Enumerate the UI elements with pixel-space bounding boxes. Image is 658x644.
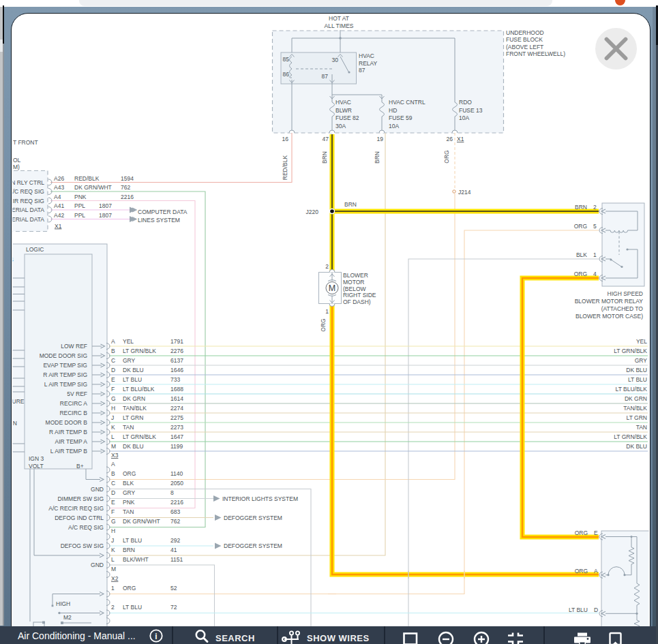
svg-text:GRY: GRY xyxy=(635,357,648,364)
svg-text:BLWR: BLWR xyxy=(335,107,352,114)
svg-text:OL: OL xyxy=(13,157,21,164)
svg-text:DK BLU: DK BLU xyxy=(626,443,647,450)
svg-text:2216: 2216 xyxy=(121,194,134,200)
svg-text:BLK: BLK xyxy=(123,480,134,487)
svg-text:10A: 10A xyxy=(389,123,399,129)
svg-text:DK BLU: DK BLU xyxy=(626,367,647,373)
svg-text:1807: 1807 xyxy=(99,212,112,219)
svg-text:G: G xyxy=(111,395,116,402)
svg-text:LT GRN: LT GRN xyxy=(627,414,647,421)
svg-text:2: 2 xyxy=(111,604,115,611)
svg-text:85: 85 xyxy=(283,56,290,63)
svg-text:G: G xyxy=(111,518,116,525)
svg-text:2274: 2274 xyxy=(170,405,183,412)
svg-text:1791: 1791 xyxy=(170,338,183,345)
svg-text:ALL TIMES: ALL TIMES xyxy=(325,22,354,29)
svg-text:1: 1 xyxy=(111,585,115,592)
svg-text:ORG: ORG xyxy=(574,271,587,277)
svg-text:LOW REF: LOW REF xyxy=(61,343,87,350)
svg-text:A/C REQ SIG: A/C REQ SIG xyxy=(9,188,44,195)
svg-text:A4: A4 xyxy=(54,194,61,200)
svg-text:MODE DOOR B: MODE DOOR B xyxy=(46,419,88,426)
svg-text:HVAC: HVAC xyxy=(335,99,351,106)
svg-text:26: 26 xyxy=(447,136,453,142)
svg-text:47: 47 xyxy=(323,136,329,142)
svg-text:YEL: YEL xyxy=(636,338,647,345)
svg-text:72: 72 xyxy=(170,604,177,611)
svg-text:INTERIOR LIGHTS SYSTEM: INTERIOR LIGHTS SYSTEM xyxy=(222,495,298,502)
svg-text:A: A xyxy=(594,568,598,574)
svg-text:LT GRN/BLK: LT GRN/BLK xyxy=(614,433,647,440)
svg-text:733: 733 xyxy=(170,376,180,383)
svg-text:RIGHT SIDE: RIGHT SIDE xyxy=(343,292,376,298)
svg-text:RED/BLK: RED/BLK xyxy=(74,175,100,182)
svg-text:N RLY CTRL: N RLY CTRL xyxy=(11,179,44,186)
svg-text:DEFOGGER SYSTEM: DEFOGGER SYSTEM xyxy=(224,542,282,549)
svg-text:1688: 1688 xyxy=(170,386,183,393)
svg-text:52: 52 xyxy=(170,585,177,592)
svg-text:M: M xyxy=(111,443,116,450)
svg-text:D: D xyxy=(111,489,115,496)
svg-text:SEARCH: SEARCH xyxy=(215,633,255,643)
svg-text:F: F xyxy=(111,386,115,393)
svg-text:2216: 2216 xyxy=(170,499,183,506)
svg-text:5V REF: 5V REF xyxy=(67,390,87,397)
svg-text:R AIR TEMP B: R AIR TEMP B xyxy=(49,429,87,435)
svg-text:MOTOR: MOTOR xyxy=(343,279,364,286)
svg-text:2276: 2276 xyxy=(170,348,183,354)
svg-text:DIMMER SW SIG: DIMMER SW SIG xyxy=(57,495,104,502)
svg-text:J: J xyxy=(111,537,114,544)
svg-text:J214: J214 xyxy=(458,189,471,196)
svg-text:H: H xyxy=(111,527,115,534)
svg-text:5: 5 xyxy=(593,223,597,230)
svg-text:MODE DOOR SIG: MODE DOOR SIG xyxy=(40,352,87,359)
svg-text:16: 16 xyxy=(282,136,289,142)
svg-text:2050: 2050 xyxy=(170,480,183,487)
svg-text:X3: X3 xyxy=(111,452,119,459)
svg-text:DK GRN: DK GRN xyxy=(625,395,647,402)
svg-text:LT BLU: LT BLU xyxy=(123,376,142,383)
svg-text:C: C xyxy=(111,480,115,487)
svg-text:YEL: YEL xyxy=(123,338,134,345)
svg-text:PNK: PNK xyxy=(123,499,135,506)
svg-text:M: M xyxy=(111,566,116,572)
svg-text:1646: 1646 xyxy=(170,367,183,373)
svg-text:2: 2 xyxy=(593,204,597,211)
svg-text:L AIR TEMP SIG: L AIR TEMP SIG xyxy=(44,381,87,388)
svg-text:A26: A26 xyxy=(54,175,64,182)
svg-text:TAN/BLK: TAN/BLK xyxy=(123,405,147,412)
svg-text:E: E xyxy=(111,499,115,506)
svg-text:BRN: BRN xyxy=(575,204,587,211)
svg-text:A: A xyxy=(111,338,115,345)
svg-text:1614: 1614 xyxy=(170,395,183,402)
svg-text:LT BLU: LT BLU xyxy=(569,607,588,613)
svg-text:HIGH: HIGH xyxy=(56,600,70,607)
svg-text:1594: 1594 xyxy=(121,175,134,182)
svg-text:EVAP TEMP SIG: EVAP TEMP SIG xyxy=(43,362,87,369)
svg-text:GND: GND xyxy=(91,486,104,493)
svg-text:ORG: ORG xyxy=(575,530,588,536)
svg-text:M): M) xyxy=(13,164,20,170)
svg-text:B: B xyxy=(111,348,115,354)
svg-text:IGN 3: IGN 3 xyxy=(29,455,44,462)
svg-text:(BELOW: (BELOW xyxy=(343,286,366,292)
svg-text:LT GRN/BLK: LT GRN/BLK xyxy=(123,348,156,354)
svg-text:86: 86 xyxy=(283,71,290,78)
svg-text:R AIR TEMP SIG: R AIR TEMP SIG xyxy=(43,371,87,378)
svg-text:TAN: TAN xyxy=(123,424,134,431)
svg-text:ORG: ORG xyxy=(320,318,327,331)
svg-text:1: 1 xyxy=(325,308,329,315)
svg-text:DK BLU: DK BLU xyxy=(123,367,144,373)
svg-text:TAN: TAN xyxy=(636,424,647,431)
svg-text:L: L xyxy=(111,556,115,563)
svg-text:GRY: GRY xyxy=(123,489,136,496)
svg-text:30A: 30A xyxy=(335,123,346,129)
svg-text:RED/BLK: RED/BLK xyxy=(282,155,288,180)
svg-text:30: 30 xyxy=(332,57,339,63)
svg-text:LT GRN: LT GRN xyxy=(123,414,143,421)
svg-text:BLK: BLK xyxy=(576,251,587,258)
svg-text:ORG: ORG xyxy=(443,150,450,163)
svg-text:HVAC CNTRL: HVAC CNTRL xyxy=(389,99,425,106)
svg-text:AIR TEMP A: AIR TEMP A xyxy=(55,438,88,445)
svg-text:2273: 2273 xyxy=(170,424,183,431)
